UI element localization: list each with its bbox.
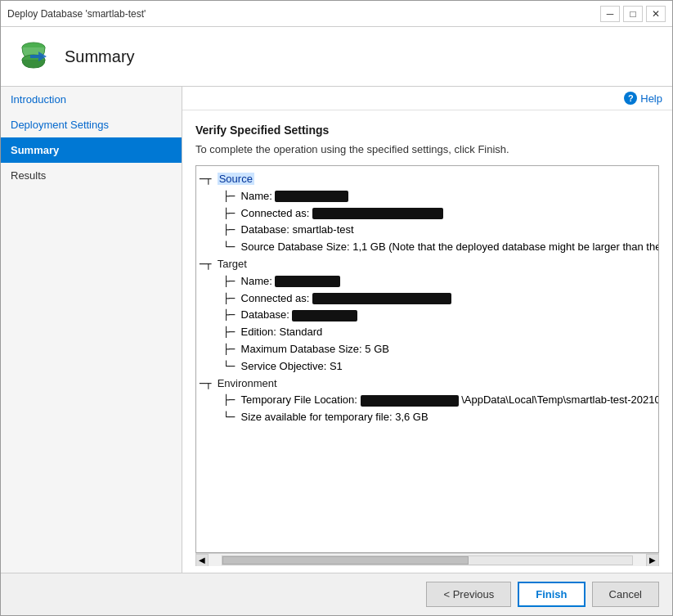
cancel-button[interactable]: Cancel bbox=[592, 582, 659, 607]
tree-source-size: └─ Source Database Size: 1,1 GB (Note th… bbox=[200, 239, 655, 256]
wizard-header: Summary bbox=[1, 27, 672, 87]
target-maxsize-label: Maximum Database Size: 5 GB bbox=[241, 343, 389, 355]
env-temp-redacted bbox=[361, 395, 459, 407]
window-title: Deploy Database 'smartlab-test' bbox=[7, 8, 146, 20]
source-connected-redacted bbox=[312, 208, 443, 219]
env-temp-label: Temporary File Location: bbox=[241, 393, 361, 406]
sidebar-item-deployment-settings[interactable]: Deployment Settings bbox=[1, 112, 182, 137]
tree-target-edition: ├─ Edition: Standard bbox=[200, 324, 655, 341]
sidebar: Introduction Deployment Settings Summary… bbox=[1, 87, 182, 573]
tree-env-temp: ├─ Temporary File Location: \AppData\Loc… bbox=[200, 392, 655, 409]
minimize-button[interactable]: ─ bbox=[600, 6, 620, 22]
env-size-label: Size available for temporary file: 3,6 G… bbox=[241, 411, 428, 423]
deploy-database-window: Deploy Database 'smartlab-test' ─ □ ✕ Su… bbox=[0, 0, 673, 616]
section-desc: To complete the operation using the spec… bbox=[195, 143, 659, 155]
help-icon: ? bbox=[624, 92, 637, 105]
content-area: Introduction Deployment Settings Summary… bbox=[1, 87, 672, 573]
environment-node-label: Environment bbox=[218, 377, 277, 389]
target-connected-label: Connected as: bbox=[241, 292, 312, 304]
maximize-button[interactable]: □ bbox=[623, 6, 643, 22]
source-database-label: Database: smartlab-test bbox=[241, 223, 354, 236]
tree-target-root: ─┬ Target bbox=[200, 256, 655, 273]
source-connected-label: Connected as: bbox=[241, 207, 312, 219]
target-database-label: Database: bbox=[241, 308, 293, 321]
source-name-redacted bbox=[275, 191, 348, 202]
source-node-label: Source bbox=[218, 173, 254, 185]
page-title: Summary bbox=[65, 47, 135, 66]
close-button[interactable]: ✕ bbox=[646, 6, 666, 22]
tree-env-size: └─ Size available for temporary file: 3,… bbox=[200, 409, 655, 426]
tree-source-root: ─┬ Source bbox=[200, 171, 655, 188]
main-header: ? Help bbox=[182, 87, 672, 110]
tree-target-connected: ├─ Connected as: bbox=[200, 290, 655, 308]
target-edition-label: Edition: Standard bbox=[241, 326, 323, 338]
target-name-redacted bbox=[275, 276, 340, 287]
tree-target-service: └─ Service Objective: S1 bbox=[200, 358, 655, 375]
scroll-right-arrow[interactable]: ▶ bbox=[646, 554, 659, 567]
main-panel: ? Help Verify Specified Settings To comp… bbox=[182, 87, 672, 573]
title-bar: Deploy Database 'smartlab-test' ─ □ ✕ bbox=[1, 1, 672, 27]
tree-target-name: ├─ Name: bbox=[200, 273, 655, 290]
tree-target-maxsize: ├─ Maximum Database Size: 5 GB bbox=[200, 341, 655, 358]
settings-tree[interactable]: ─┬ Source ├─ Name: ├─ Connected as: bbox=[195, 165, 659, 553]
previous-button[interactable]: < Previous bbox=[426, 582, 511, 607]
sidebar-item-results: Results bbox=[1, 163, 182, 188]
tree-target-database: ├─ Database: bbox=[200, 307, 655, 324]
help-label: Help bbox=[640, 92, 662, 105]
env-temp-suffix: \AppData\Local\Temp\smartlab-test-20210 bbox=[461, 393, 659, 406]
target-node-label: Target bbox=[218, 258, 247, 270]
sidebar-item-summary[interactable]: Summary bbox=[1, 137, 182, 163]
target-connected-redacted bbox=[312, 293, 451, 304]
wizard-icon bbox=[14, 37, 53, 76]
horizontal-scrollbar[interactable]: ◀ ▶ bbox=[195, 553, 659, 566]
tree-source-connected: ├─ Connected as: bbox=[200, 205, 655, 223]
footer: < Previous Finish Cancel bbox=[1, 573, 672, 615]
main-content: Verify Specified Settings To complete th… bbox=[182, 110, 672, 573]
window-controls: ─ □ ✕ bbox=[600, 6, 666, 22]
section-title: Verify Specified Settings bbox=[195, 124, 659, 137]
source-name-label: Name: bbox=[241, 190, 276, 202]
tree-environment-root: ─┬ Environment bbox=[200, 375, 655, 393]
source-size-label: Source Database Size: 1,1 GB (Note that … bbox=[241, 241, 659, 253]
tree-source-database: ├─ Database: smartlab-test bbox=[200, 222, 655, 239]
scroll-left-arrow[interactable]: ◀ bbox=[195, 554, 209, 567]
scrollbar-thumb[interactable] bbox=[222, 556, 469, 564]
help-link[interactable]: ? Help bbox=[624, 92, 662, 105]
target-service-label: Service Objective: S1 bbox=[241, 360, 343, 372]
target-database-redacted bbox=[292, 310, 357, 321]
scrollbar-track[interactable] bbox=[222, 555, 633, 565]
target-name-label: Name: bbox=[241, 275, 276, 287]
finish-button[interactable]: Finish bbox=[518, 582, 585, 607]
sidebar-item-introduction[interactable]: Introduction bbox=[1, 87, 182, 112]
tree-source-name: ├─ Name: bbox=[200, 188, 655, 205]
svg-rect-3 bbox=[30, 55, 38, 58]
